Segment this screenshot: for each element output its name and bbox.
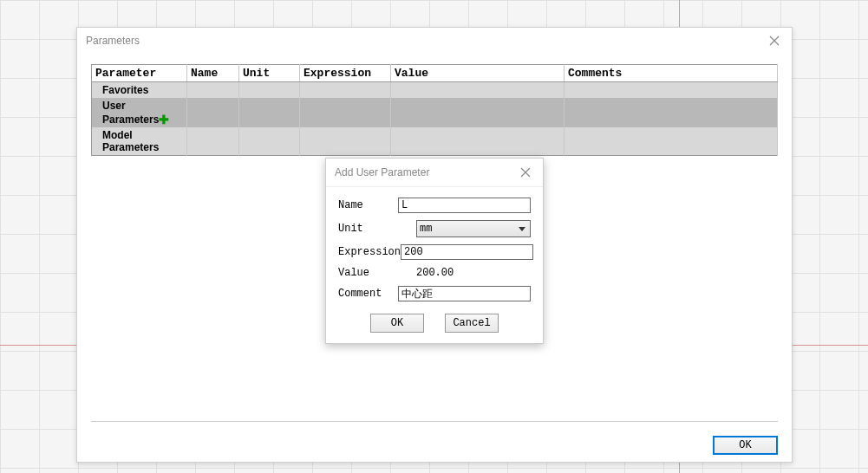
ok-button[interactable]: OK xyxy=(713,436,778,455)
label-value: Value xyxy=(338,267,416,279)
close-icon[interactable] xyxy=(517,164,534,181)
cancel-button[interactable]: Cancel xyxy=(445,314,499,333)
label-expression: Expression xyxy=(338,246,401,258)
table-cell[interactable] xyxy=(239,82,300,99)
comment-input[interactable] xyxy=(398,286,531,301)
ok-button[interactable]: OK xyxy=(370,314,424,333)
table-cell[interactable] xyxy=(300,98,391,127)
table-row[interactable]: Model Parameters xyxy=(92,127,778,156)
expression-input[interactable] xyxy=(401,244,533,260)
label-unit: Unit xyxy=(338,223,416,235)
row-value: Value 200.00 xyxy=(338,267,531,279)
table-cell[interactable] xyxy=(187,127,239,156)
parameters-title: Parameters xyxy=(86,35,140,47)
parameters-footer: OK xyxy=(77,429,792,462)
table-cell[interactable] xyxy=(565,98,778,127)
col-header-name[interactable]: Name xyxy=(187,65,239,82)
plus-icon[interactable]: ✚ xyxy=(159,113,169,126)
col-header-unit[interactable]: Unit xyxy=(239,65,300,82)
name-input[interactable] xyxy=(398,198,531,213)
table-cell[interactable] xyxy=(565,127,778,156)
add-user-parameter-dialog: Add User Parameter Name Unit mm Expressi… xyxy=(325,158,544,344)
row-expression: Expression xyxy=(338,244,531,260)
label-name: Name xyxy=(338,199,398,211)
table-row[interactable]: Favorites xyxy=(92,82,778,99)
row-name: Name xyxy=(338,198,531,213)
table-cell[interactable] xyxy=(187,98,239,127)
row-comment: Comment xyxy=(338,286,531,301)
col-header-value[interactable]: Value xyxy=(391,65,565,82)
table-cell[interactable] xyxy=(391,82,565,99)
row-unit: Unit mm xyxy=(338,220,531,237)
table-cell[interactable] xyxy=(391,127,565,156)
add-param-footer: OK Cancel xyxy=(338,308,531,334)
add-param-body: Name Unit mm Expression Value 200.00 Com… xyxy=(326,187,543,343)
unit-select-value: mm xyxy=(420,223,432,235)
table-cell[interactable] xyxy=(187,82,239,99)
col-header-expression[interactable]: Expression xyxy=(300,65,391,82)
table-cell[interactable] xyxy=(239,127,300,156)
table-cell[interactable] xyxy=(391,98,565,127)
table-cell[interactable] xyxy=(239,98,300,127)
parameters-table: Parameter Name Unit Expression Value Com… xyxy=(91,64,778,156)
col-header-comments[interactable]: Comments xyxy=(565,65,778,82)
table-cell[interactable] xyxy=(300,127,391,156)
add-param-title: Add User Parameter xyxy=(335,166,429,178)
table-row[interactable]: User Parameters✚ xyxy=(92,98,778,127)
parameters-titlebar: Parameters xyxy=(77,28,792,54)
table-cell[interactable] xyxy=(300,82,391,99)
add-param-titlebar: Add User Parameter xyxy=(326,159,543,187)
close-icon[interactable] xyxy=(766,32,783,49)
row-label[interactable]: Favorites xyxy=(92,82,187,99)
value-display: 200.00 xyxy=(416,267,454,279)
col-header-parameter[interactable]: Parameter xyxy=(92,65,187,82)
table-header-row: Parameter Name Unit Expression Value Com… xyxy=(92,65,778,82)
row-label[interactable]: Model Parameters xyxy=(92,127,187,156)
row-label[interactable]: User Parameters✚ xyxy=(92,98,187,127)
unit-select[interactable]: mm xyxy=(416,220,531,237)
label-comment: Comment xyxy=(338,288,398,300)
table-cell[interactable] xyxy=(565,82,778,99)
